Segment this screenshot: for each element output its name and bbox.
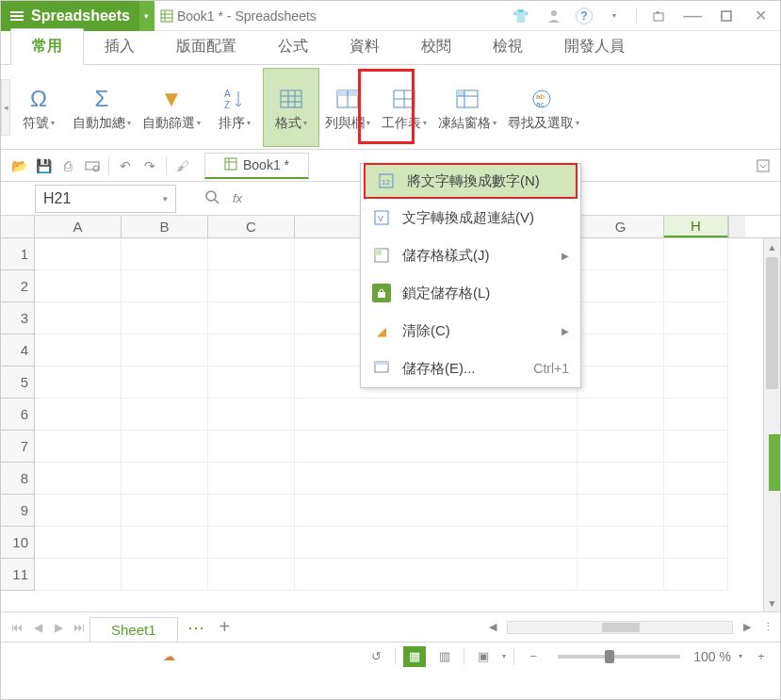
scrollbar-thumb[interactable] bbox=[602, 623, 640, 632]
autosum-button[interactable]: Σ 自動加總▾ bbox=[67, 68, 137, 147]
cell[interactable] bbox=[664, 431, 728, 463]
sheet-list-icon[interactable]: ⋯ bbox=[178, 617, 214, 638]
scroll-up-icon[interactable]: ▲ bbox=[764, 238, 780, 255]
rowcol-button[interactable]: 列與欄▾ bbox=[319, 68, 376, 147]
cell[interactable] bbox=[35, 238, 122, 270]
cell[interactable] bbox=[578, 238, 664, 270]
cell[interactable] bbox=[664, 238, 728, 270]
cell[interactable] bbox=[208, 463, 295, 495]
view-normal-icon[interactable]: ▦ bbox=[403, 646, 426, 667]
cell[interactable] bbox=[664, 527, 728, 559]
cell[interactable] bbox=[664, 334, 728, 366]
menu-text-to-hyperlink[interactable]: V 文字轉換成超連結(V) bbox=[361, 199, 580, 236]
menu-text-to-number[interactable]: 12 將文字轉換成數字(N) bbox=[364, 163, 578, 199]
ribbon-collapse-left[interactable]: ◂ bbox=[1, 79, 10, 136]
col-header-a[interactable]: A bbox=[35, 216, 122, 237]
cell[interactable] bbox=[578, 270, 664, 302]
find-button[interactable]: abac 尋找及選取▾ bbox=[502, 68, 585, 147]
undo-icon[interactable]: ↶ bbox=[113, 154, 138, 178]
close-button[interactable]: ✕ bbox=[748, 4, 773, 28]
zoom-slider[interactable] bbox=[558, 655, 680, 659]
cell[interactable] bbox=[122, 302, 208, 334]
cell[interactable] bbox=[208, 559, 295, 591]
sheet-nav-next[interactable]: ▶ bbox=[48, 621, 69, 634]
cell[interactable] bbox=[35, 431, 122, 463]
scrollbar-thumb[interactable] bbox=[766, 257, 778, 389]
col-header-h[interactable]: H bbox=[664, 216, 728, 237]
tab-home[interactable]: 常用 bbox=[10, 28, 84, 65]
tshirt-icon[interactable]: 👕 bbox=[508, 4, 532, 28]
row-header[interactable]: 11 bbox=[1, 559, 35, 591]
cell[interactable] bbox=[578, 463, 664, 495]
select-all-corner[interactable] bbox=[1, 216, 35, 237]
open-icon[interactable]: 📂 bbox=[7, 154, 31, 178]
cell[interactable] bbox=[208, 270, 295, 302]
tab-view[interactable]: 檢視 bbox=[472, 29, 544, 64]
cell[interactable] bbox=[208, 334, 295, 366]
split-handle[interactable]: ⋮ bbox=[761, 621, 774, 633]
row-header[interactable]: 7 bbox=[1, 431, 35, 463]
cell[interactable] bbox=[664, 559, 728, 591]
row-header[interactable]: 4 bbox=[1, 334, 35, 366]
cell[interactable] bbox=[578, 431, 664, 463]
app-menu-button[interactable]: Spreadsheets bbox=[1, 1, 139, 31]
row-header[interactable]: 6 bbox=[1, 399, 35, 431]
cell[interactable] bbox=[208, 399, 295, 431]
scroll-down-icon[interactable]: ▼ bbox=[764, 594, 780, 611]
format-painter-icon[interactable]: 🖌 bbox=[171, 154, 195, 178]
maximize-button[interactable] bbox=[714, 4, 739, 28]
cell[interactable] bbox=[664, 495, 728, 527]
document-tab[interactable]: Book1 * - Spreadsheets bbox=[160, 8, 317, 24]
menu-cell-styles[interactable]: 儲存格樣式(J) ▶ bbox=[361, 236, 580, 274]
cloud-icon[interactable]: ☁ bbox=[157, 646, 180, 667]
cell[interactable] bbox=[122, 399, 208, 431]
worksheet-button[interactable]: 工作表▾ bbox=[376, 68, 432, 147]
row-header[interactable]: 9 bbox=[1, 495, 35, 527]
cell[interactable] bbox=[578, 334, 664, 366]
symbol-button[interactable]: Ω 符號▾ bbox=[10, 68, 67, 147]
cell[interactable] bbox=[35, 495, 122, 527]
cell[interactable] bbox=[578, 559, 664, 591]
row-header[interactable]: 3 bbox=[1, 302, 35, 334]
cell[interactable] bbox=[208, 238, 295, 270]
cell[interactable] bbox=[122, 366, 208, 399]
scroll-left-icon[interactable]: ◀ bbox=[484, 621, 501, 633]
menu-lock-cells[interactable]: 鎖定儲存格(L) bbox=[361, 274, 580, 312]
help-dropdown[interactable]: ▾ bbox=[602, 4, 626, 28]
scrollbar-track[interactable] bbox=[507, 621, 733, 634]
search-icon[interactable] bbox=[204, 189, 220, 207]
cell[interactable] bbox=[578, 527, 664, 559]
toolbar-overflow-button[interactable] bbox=[752, 155, 774, 177]
help-icon[interactable]: ? bbox=[576, 8, 593, 24]
tab-developer[interactable]: 開發人員 bbox=[544, 29, 645, 64]
cell[interactable] bbox=[35, 559, 122, 591]
sort-button[interactable]: AZ 排序▾ bbox=[206, 68, 263, 147]
cell[interactable] bbox=[664, 366, 728, 399]
print-preview-icon[interactable] bbox=[80, 154, 105, 178]
cell[interactable] bbox=[578, 495, 664, 527]
cell[interactable] bbox=[122, 270, 208, 302]
redo-icon[interactable]: ↷ bbox=[138, 154, 162, 178]
cell[interactable] bbox=[664, 463, 728, 495]
cell[interactable] bbox=[664, 270, 728, 302]
sheet-nav-prev[interactable]: ◀ bbox=[27, 621, 48, 634]
cell[interactable] bbox=[295, 527, 578, 559]
tab-formula[interactable]: 公式 bbox=[257, 29, 329, 64]
cell[interactable] bbox=[578, 366, 664, 399]
row-header[interactable]: 10 bbox=[1, 527, 35, 559]
zoom-in-button[interactable]: + bbox=[750, 646, 773, 667]
restore-down-icon[interactable] bbox=[646, 4, 671, 28]
cell[interactable] bbox=[122, 527, 208, 559]
tab-data[interactable]: 資料 bbox=[329, 29, 400, 64]
tab-layout[interactable]: 版面配置 bbox=[155, 29, 257, 64]
cell[interactable] bbox=[122, 334, 208, 366]
zoom-out-button[interactable]: − bbox=[522, 646, 545, 667]
cell[interactable] bbox=[295, 559, 578, 591]
freeze-button[interactable]: 凍結窗格▾ bbox=[432, 68, 502, 147]
cell[interactable] bbox=[295, 463, 578, 495]
menu-clear[interactable]: ◢ 清除(C) ▶ bbox=[361, 312, 580, 350]
row-header[interactable]: 5 bbox=[1, 366, 35, 399]
cell[interactable] bbox=[578, 399, 664, 431]
vertical-scrollbar[interactable]: ▲ ▼ bbox=[763, 238, 780, 611]
col-header-g[interactable]: G bbox=[578, 216, 664, 237]
